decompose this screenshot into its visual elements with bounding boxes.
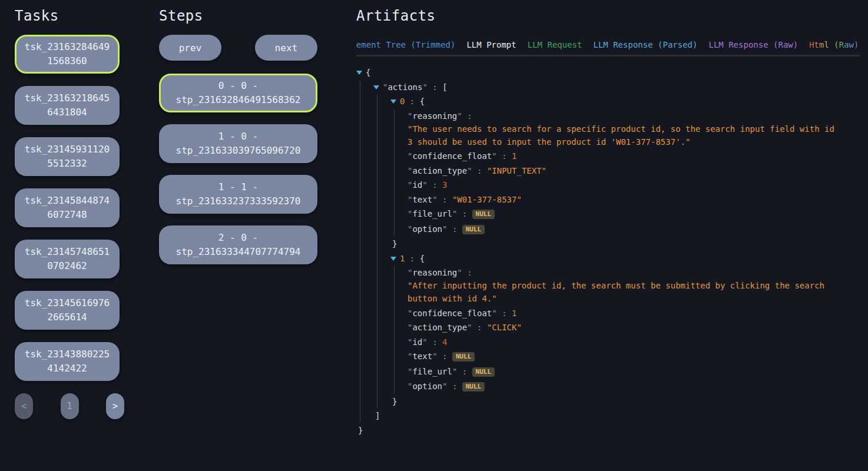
json-entry-row: "reasoning" : "After inputting the produ… xyxy=(408,266,839,305)
json-null-badge: NULL xyxy=(462,382,485,392)
json-entry-row: "action_type" : "INPUT_TEXT" xyxy=(408,164,839,177)
json-token: : xyxy=(428,82,442,92)
step-button[interactable]: 1 - 1 - stp_231633237333592370 xyxy=(159,175,317,214)
artifacts-panel: Artifacts Element Tree (Trimmed)LLM Prom… xyxy=(356,7,868,438)
json-key: id xyxy=(412,180,422,190)
step-button[interactable]: 1 - 0 - stp_231633039765096720 xyxy=(159,124,317,163)
artifact-tab[interactable]: LLM Response (Parsed) xyxy=(593,40,697,49)
json-close-row: } xyxy=(356,424,839,437)
json-entry-row: "id" : 3 xyxy=(408,178,839,191)
json-open-row: { xyxy=(356,66,839,79)
step-list: 0 - 0 - stp_2316328464915683621 - 0 - st… xyxy=(159,74,317,264)
steps-next-button[interactable]: next xyxy=(255,35,317,61)
json-entry-row: "confidence_float" : 1 xyxy=(408,150,839,162)
json-key: option xyxy=(412,382,442,391)
task-button[interactable]: tsk_231457486510702462 xyxy=(15,240,120,278)
artifacts-tabbar: Element Tree (Trimmed)LLM PromptLLM Requ… xyxy=(356,40,860,57)
json-string: "INPUT_TEXT" xyxy=(487,166,546,175)
json-token: : xyxy=(405,97,419,106)
json-number: 1 xyxy=(512,309,516,318)
json-entry-row: "file_url" : NULL xyxy=(408,365,839,379)
json-key: actions xyxy=(387,82,422,92)
json-token: " xyxy=(467,323,472,332)
json-entry-row: "option" : NULL xyxy=(408,223,839,236)
json-null-badge: NULL xyxy=(462,225,485,234)
json-key: id xyxy=(412,337,422,347)
json-token: : xyxy=(405,254,419,263)
json-token: " xyxy=(492,309,496,318)
json-entry-row: "id" : 4 xyxy=(408,336,839,349)
json-open-row: 0 : { xyxy=(390,95,839,108)
pagination-next-button[interactable]: > xyxy=(106,393,124,419)
json-entry-row: "confidence_float" : 1 xyxy=(408,307,839,320)
task-button[interactable]: tsk_231458448746072748 xyxy=(15,188,120,227)
task-button[interactable]: tsk_231456169762665614 xyxy=(15,291,120,330)
json-token: : xyxy=(497,151,512,161)
task-button[interactable]: tsk_231632186456431804 xyxy=(15,86,120,125)
steps-nav: prev next xyxy=(159,35,317,61)
json-token: " xyxy=(432,195,437,204)
json-token: : xyxy=(462,111,472,121)
json-token: } xyxy=(392,239,397,248)
json-token: : xyxy=(472,323,487,332)
step-button[interactable]: 2 - 0 - stp_231633344707774794 xyxy=(159,225,317,264)
json-token: { xyxy=(366,68,370,77)
json-token: } xyxy=(358,426,363,435)
collapse-caret-icon[interactable] xyxy=(373,85,379,89)
artifact-tab[interactable]: LLM Prompt xyxy=(466,40,516,49)
task-button[interactable]: tsk_231438802254142422 xyxy=(15,342,120,381)
json-viewer: {"actions" : [0 : {"reasoning" : "The us… xyxy=(356,66,839,437)
json-children: "reasoning" : "The user needs to search … xyxy=(394,110,839,236)
json-open-row: "actions" : [ xyxy=(373,81,839,94)
json-token: : xyxy=(497,309,512,318)
json-children: "reasoning" : "After inputting the produ… xyxy=(394,266,839,393)
json-token: : xyxy=(457,209,472,218)
task-button[interactable]: tsk_231632846491568360 xyxy=(15,35,120,74)
collapse-caret-icon[interactable] xyxy=(390,257,396,261)
artifact-tab[interactable]: Html (Raw) xyxy=(809,40,859,49)
json-number: 3 xyxy=(442,180,447,190)
pagination-prev-button[interactable]: < xyxy=(15,393,33,419)
json-string: "CLICK" xyxy=(487,323,522,332)
json-null-badge: NULL xyxy=(472,367,495,377)
artifact-tab[interactable]: LLM Response (Raw) xyxy=(708,40,798,49)
json-token: " xyxy=(457,268,462,277)
json-children: 0 : {"reasoning" : "The user needs to se… xyxy=(377,95,839,408)
collapse-caret-icon[interactable] xyxy=(390,99,396,104)
artifact-tab[interactable]: Element Tree (Trimmed) xyxy=(356,40,455,49)
json-key: reasoning xyxy=(412,268,457,277)
json-close-row: } xyxy=(390,395,839,408)
json-token: } xyxy=(392,397,397,406)
tasks-title: Tasks xyxy=(15,8,120,24)
json-token: " xyxy=(422,82,427,92)
pagination-page-button[interactable]: 1 xyxy=(61,393,79,419)
json-key: confidence_float xyxy=(412,309,492,318)
json-token: : xyxy=(447,224,462,234)
json-number: 4 xyxy=(442,337,447,347)
tasks-panel: Tasks tsk_231632846491568360tsk_23163218… xyxy=(15,7,120,419)
json-token: : xyxy=(428,180,442,190)
app-root: Tasks tsk_231632846491568360tsk_23163218… xyxy=(0,0,868,438)
json-token: { xyxy=(420,254,425,263)
artifacts-title: Artifacts xyxy=(356,8,868,24)
json-close-row: } xyxy=(390,237,839,250)
json-token: : xyxy=(438,351,452,361)
artifact-tab[interactable]: LLM Request xyxy=(528,40,582,49)
json-key: file_url xyxy=(412,209,452,218)
json-token: " xyxy=(457,111,462,121)
json-key: text xyxy=(412,195,432,204)
json-token: : xyxy=(428,337,442,347)
steps-prev-button[interactable]: prev xyxy=(159,35,221,61)
json-open-row: 1 : { xyxy=(390,252,839,265)
json-string: "W01-377-8537" xyxy=(452,195,522,204)
steps-panel: Steps prev next 0 - 0 - stp_231632846491… xyxy=(159,7,317,276)
json-key: file_url xyxy=(412,367,452,376)
json-entry-row: "reasoning" : "The user needs to search … xyxy=(408,110,839,148)
json-entry-row: "text" : NULL xyxy=(408,350,839,363)
json-key: text xyxy=(412,351,432,361)
collapse-caret-icon[interactable] xyxy=(356,71,362,75)
task-button[interactable]: tsk_231459311205512332 xyxy=(15,137,120,176)
json-entry-row: "text" : "W01-377-8537" xyxy=(408,193,839,206)
step-button[interactable]: 0 - 0 - stp_231632846491568362 xyxy=(159,74,317,112)
json-token: " xyxy=(492,151,496,161)
